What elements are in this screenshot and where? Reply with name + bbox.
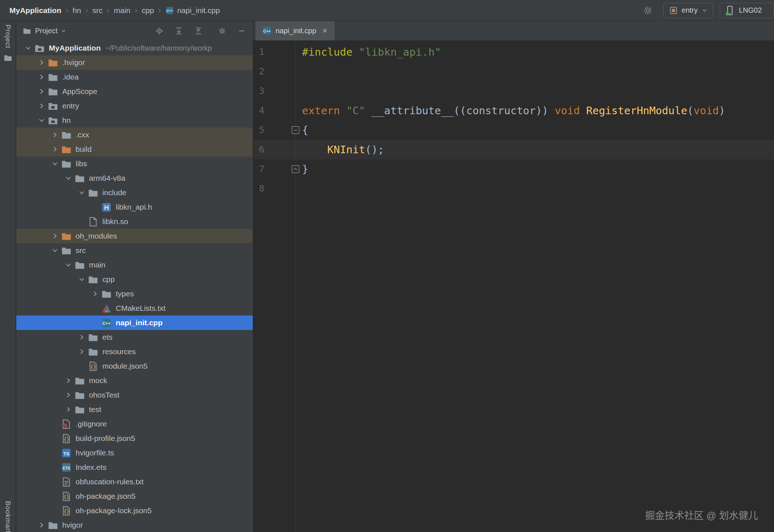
gear-icon[interactable]: [642, 5, 653, 16]
code-line[interactable]: 2: [254, 62, 774, 81]
chevron-right-icon[interactable]: [49, 231, 61, 241]
tree-item[interactable]: {}build-profile.json5: [16, 431, 253, 446]
select-open-file-icon[interactable]: [155, 26, 164, 35]
tree-item[interactable]: Hlibkn_api.h: [16, 200, 253, 214]
breadcrumb-item[interactable]: hn: [73, 6, 81, 15]
breadcrumb-item[interactable]: MyApplication: [9, 6, 61, 15]
code-line[interactable]: 8: [254, 179, 774, 198]
tree-item[interactable]: {}module.json5: [16, 359, 253, 373]
tree-item[interactable]: cpp: [16, 272, 253, 287]
tree-item[interactable]: build: [16, 142, 253, 156]
tree-item-label: napi_init.cpp: [116, 318, 163, 327]
run-configuration-selector[interactable]: entry: [663, 3, 713, 18]
code-line[interactable]: 1#include "libkn_api.h": [254, 42, 774, 62]
svg-text:{}: {}: [90, 364, 96, 370]
tree-item[interactable]: AppScope: [16, 84, 253, 99]
tree-item[interactable]: .cxx: [16, 128, 253, 142]
ets-file-icon: ETS: [61, 462, 72, 473]
project-view-icon: [23, 27, 31, 35]
code-line[interactable]: 3: [254, 81, 774, 101]
code-line[interactable]: 5{: [254, 120, 774, 140]
tree-item[interactable]: C++napi_init.cpp: [16, 316, 253, 330]
tree-item[interactable]: mock: [16, 373, 253, 388]
chevron-right-icon[interactable]: [62, 405, 75, 414]
chevron-down-icon[interactable]: [62, 173, 75, 183]
line-number: 3: [259, 81, 264, 101]
fold-marker-icon[interactable]: [291, 125, 300, 135]
tree-item[interactable]: .gitignore: [16, 417, 253, 431]
chevron-down-icon[interactable]: [62, 260, 75, 270]
editor-body[interactable]: 1#include "libkn_api.h"234extern "C" __a…: [254, 41, 774, 532]
folder-excluded-icon: [61, 231, 72, 241]
breadcrumb-item[interactable]: cpp: [142, 6, 154, 15]
project-tool-window-button[interactable]: Project: [0, 25, 16, 62]
chevron-right-icon[interactable]: [35, 72, 48, 82]
chevron-right-icon[interactable]: [76, 347, 88, 356]
chevron-down-icon[interactable]: [22, 43, 34, 53]
code-line[interactable]: 7}: [254, 159, 774, 179]
chevron-right-icon[interactable]: [35, 58, 48, 67]
tree-item[interactable]: src: [16, 243, 253, 258]
tree-item[interactable]: arm64-v8a: [16, 171, 253, 185]
chevron-down-icon[interactable]: [76, 188, 88, 197]
chevron-right-icon[interactable]: [49, 145, 61, 154]
tree-item[interactable]: ohosTest: [16, 388, 253, 402]
chevron-right-icon[interactable]: [49, 130, 61, 140]
tree-item[interactable]: resources: [16, 344, 253, 359]
tree-item[interactable]: libkn.so: [16, 214, 253, 229]
tree-item-label: hvigor: [62, 521, 83, 529]
editor-tab-title: napi_init.cpp: [276, 27, 316, 35]
project-tool-window-icon[interactable]: [4, 53, 12, 62]
collapse-all-icon[interactable]: [194, 26, 203, 35]
chevron-down-icon[interactable]: [76, 275, 88, 284]
tree-item[interactable]: oh_modules: [16, 229, 253, 243]
chevron-down-icon[interactable]: [60, 28, 67, 34]
tree-item[interactable]: MyApplication~/Public/software/harmony/w…: [16, 41, 253, 55]
close-icon[interactable]: [322, 27, 328, 34]
chevron-right-icon[interactable]: [35, 87, 48, 96]
tree-item[interactable]: .idea: [16, 70, 253, 84]
expand-all-icon[interactable]: [174, 26, 183, 35]
chevron-right-icon[interactable]: [62, 390, 75, 400]
code-text: {: [302, 120, 308, 140]
breadcrumb-item[interactable]: main: [114, 6, 131, 15]
bookmarks-tool-window-button[interactable]: Bookmarks: [0, 501, 16, 532]
tree-item[interactable]: TShvigorfile.ts: [16, 446, 253, 460]
chevron-down-icon[interactable]: [35, 116, 48, 125]
tree-item[interactable]: hn: [16, 113, 253, 128]
settings-icon[interactable]: [218, 26, 227, 35]
tree-item[interactable]: ets: [16, 330, 253, 344]
device-selector[interactable]: LNG02: [720, 3, 774, 18]
project-panel-title[interactable]: Project: [35, 27, 58, 35]
tree-item-label: oh-package-lock.json5: [76, 506, 152, 515]
tree-item[interactable]: entry: [16, 99, 253, 113]
chevron-down-icon[interactable]: [49, 159, 61, 168]
hide-icon[interactable]: [237, 26, 246, 35]
tree-item[interactable]: include: [16, 185, 253, 200]
chevron-right-icon[interactable]: [76, 332, 88, 342]
tree-item[interactable]: ETSIndex.ets: [16, 460, 253, 475]
chevron-right-icon[interactable]: [89, 289, 101, 299]
chevron-right-icon[interactable]: [62, 376, 75, 385]
tree-indent: [76, 361, 88, 371]
fold-marker-icon[interactable]: [291, 164, 300, 174]
tree-item[interactable]: types: [16, 287, 253, 301]
chevron-right-icon[interactable]: [35, 101, 48, 111]
chevron-down-icon[interactable]: [49, 246, 61, 255]
tree-item[interactable]: .hvigor: [16, 55, 253, 70]
chevron-right-icon[interactable]: [35, 520, 48, 530]
cpp-file-icon: C++: [101, 318, 112, 328]
tree-item[interactable]: main: [16, 258, 253, 272]
code-line[interactable]: 4extern "C" __attribute__((constructor))…: [254, 101, 774, 120]
breadcrumb-item[interactable]: C++napi_init.cpp: [165, 6, 220, 15]
tree-item[interactable]: libs: [16, 156, 253, 171]
tree-item[interactable]: {}oh-package-lock.json5: [16, 503, 253, 518]
editor-tab[interactable]: C++ napi_init.cpp: [256, 21, 335, 40]
tree-item[interactable]: obfuscation-rules.txt: [16, 475, 253, 489]
breadcrumb-item[interactable]: src: [93, 6, 103, 15]
tree-item[interactable]: hvigor: [16, 518, 253, 532]
tree-item[interactable]: CMakeLists.txt: [16, 301, 253, 316]
tree-item[interactable]: test: [16, 402, 253, 417]
code-line[interactable]: 6 KNInit();: [254, 140, 774, 159]
tree-item[interactable]: {}oh-package.json5: [16, 489, 253, 503]
